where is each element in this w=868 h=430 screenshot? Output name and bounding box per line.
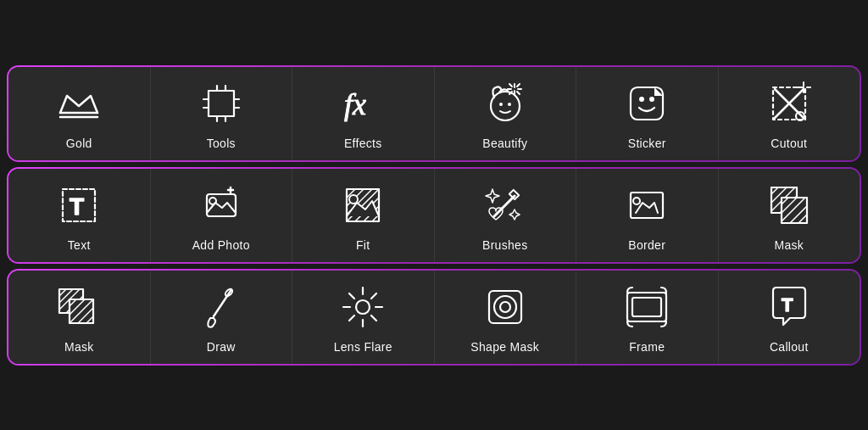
svg-text:fx: fx xyxy=(344,87,366,121)
fx-icon: fx xyxy=(338,79,387,128)
frame-label: Frame xyxy=(629,340,665,354)
svg-point-89 xyxy=(494,296,516,318)
svg-point-24 xyxy=(639,97,644,102)
svg-point-37 xyxy=(209,198,216,204)
fit-button[interactable]: Fit xyxy=(292,169,434,262)
add-photo-button[interactable]: Add Photo xyxy=(150,169,292,262)
tool-row-1: Gold Tools fx Effects xyxy=(7,65,861,162)
svg-line-18 xyxy=(517,92,520,94)
svg-line-87 xyxy=(349,316,354,321)
mask2-label: Mask xyxy=(64,340,94,354)
svg-line-17 xyxy=(509,84,512,87)
svg-point-25 xyxy=(649,97,654,102)
cutout-label: Cutout xyxy=(771,137,807,150)
shape-mask-icon xyxy=(481,282,530,332)
fit-icon xyxy=(338,181,387,230)
draw-label: Draw xyxy=(207,340,236,354)
tools-label: Tools xyxy=(207,137,236,150)
mask-button[interactable]: Mask xyxy=(718,169,860,262)
svg-text:T: T xyxy=(70,193,84,220)
svg-point-22 xyxy=(508,103,511,106)
sticker-label: Sticker xyxy=(628,137,666,150)
draw-button[interactable]: Draw xyxy=(150,271,292,364)
callout-icon: T xyxy=(765,282,814,332)
frame-button[interactable]: Frame xyxy=(576,271,718,364)
svg-text:T: T xyxy=(782,294,793,316)
border-icon xyxy=(622,181,671,230)
tools-icon xyxy=(197,79,246,128)
mask-icon xyxy=(765,181,814,230)
tool-row-3: Mask Draw xyxy=(7,269,861,366)
svg-point-12 xyxy=(491,92,520,120)
text-icon: T xyxy=(54,181,103,230)
border-label: Border xyxy=(628,238,665,252)
cutout-icon xyxy=(765,79,814,128)
mask2-button[interactable]: Mask xyxy=(8,271,150,364)
callout-label: Callout xyxy=(770,340,809,354)
add-photo-label: Add Photo xyxy=(192,238,250,252)
fit-label: Fit xyxy=(356,238,370,252)
tool-row-2: T Text Add Photo xyxy=(7,167,861,264)
gold-label: Gold xyxy=(66,137,92,150)
mask-label: Mask xyxy=(774,238,804,252)
brushes-button[interactable]: Brushes xyxy=(434,169,576,262)
sticker-button[interactable]: Sticker xyxy=(576,67,718,160)
frame-icon xyxy=(622,282,671,332)
sticker-icon xyxy=(622,79,671,128)
svg-line-54 xyxy=(771,187,778,194)
svg-line-77 xyxy=(214,291,231,316)
text-label: Text xyxy=(68,238,91,252)
callout-button[interactable]: T Callout xyxy=(718,271,860,364)
lens-flare-icon xyxy=(338,282,387,332)
effects-label: Effects xyxy=(344,137,382,150)
shape-mask-button[interactable]: Shape Mask xyxy=(434,271,576,364)
svg-rect-92 xyxy=(632,298,661,316)
beautify-label: Beautify xyxy=(482,137,527,150)
svg-point-90 xyxy=(500,302,510,312)
svg-point-79 xyxy=(356,300,370,314)
svg-point-21 xyxy=(499,103,503,106)
svg-point-52 xyxy=(633,198,640,204)
border-button[interactable]: Border xyxy=(576,169,718,262)
brushes-icon xyxy=(481,181,530,230)
cutout-button[interactable]: Cutout xyxy=(718,67,860,160)
text-button[interactable]: T Text xyxy=(8,169,150,262)
effects-button[interactable]: fx Effects xyxy=(292,67,434,160)
mask2-icon xyxy=(54,282,103,332)
svg-line-19 xyxy=(517,84,520,87)
svg-line-66 xyxy=(59,289,66,296)
svg-line-86 xyxy=(371,293,376,299)
svg-point-48 xyxy=(349,195,358,204)
svg-rect-2 xyxy=(209,91,234,116)
shape-mask-label: Shape Mask xyxy=(470,340,539,354)
beautify-icon xyxy=(481,79,530,128)
svg-line-84 xyxy=(349,293,354,299)
add-photo-icon xyxy=(197,181,246,230)
draw-icon xyxy=(197,282,246,332)
lens-flare-label: Lens Flare xyxy=(334,340,392,354)
brushes-label: Brushes xyxy=(482,238,527,252)
lens-flare-button[interactable]: Lens Flare xyxy=(292,271,434,364)
svg-line-85 xyxy=(371,316,376,321)
gold-button[interactable]: Gold xyxy=(8,67,150,160)
beautify-button[interactable]: Beautify xyxy=(434,67,576,160)
tools-button[interactable]: Tools xyxy=(150,67,292,160)
crown-icon xyxy=(54,79,103,128)
